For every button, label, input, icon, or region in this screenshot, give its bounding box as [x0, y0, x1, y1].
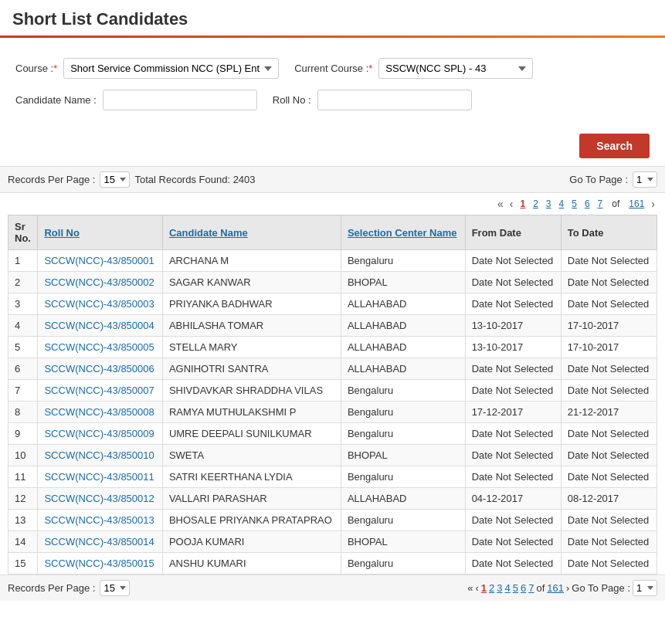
bottom-total-pages[interactable]: 161 — [547, 582, 564, 594]
roll-link[interactable]: SCCW(NCC)-43/850002 — [44, 276, 154, 288]
roll-link[interactable]: SCCW(NCC)-43/850009 — [44, 428, 154, 439]
cell-name: UMRE DEEPALI SUNILKUMAR — [162, 423, 341, 445]
bottom-page-6-link[interactable]: 6 — [521, 582, 526, 594]
center-sort-link[interactable]: Selection Center Name — [348, 227, 457, 239]
col-to: To Date — [561, 215, 657, 250]
top-page-size-select[interactable]: 15 25 50 — [100, 171, 130, 188]
top-goto-select[interactable]: 12345 — [633, 171, 657, 188]
cell-roll: SCCW(NCC)-43/850008 — [38, 402, 162, 423]
roll-no-input[interactable] — [317, 90, 472, 110]
roll-sort-link[interactable]: Roll No — [44, 227, 80, 239]
cell-center: Bengaluru — [341, 423, 465, 445]
bottom-page-3-link[interactable]: 3 — [497, 582, 502, 594]
page-2-link[interactable]: 2 — [530, 197, 541, 211]
cell-to: 17-10-2017 — [561, 315, 657, 337]
roll-link[interactable]: SCCW(NCC)-43/850008 — [44, 406, 154, 418]
cell-from: Date Not Selected — [465, 272, 561, 293]
roll-link[interactable]: SCCW(NCC)-43/850006 — [44, 363, 154, 375]
bottom-page-size-select[interactable]: 15 25 50 — [100, 580, 130, 596]
bottom-page-1-link[interactable]: 1 — [481, 582, 487, 594]
roll-link[interactable]: SCCW(NCC)-43/850011 — [44, 471, 154, 483]
table-row: 14 SCCW(NCC)-43/850014 POOJA KUMARI BHOP… — [8, 531, 657, 553]
table-row: 9 SCCW(NCC)-43/850009 UMRE DEEPALI SUNIL… — [8, 423, 657, 445]
cell-name: ANSHU KUMARI — [162, 553, 341, 575]
bottom-goto-select[interactable]: 123 — [633, 580, 657, 596]
current-course-select[interactable]: SSCW(NCC SPL) - 43 — [378, 58, 533, 79]
page-3-link[interactable]: 3 — [543, 197, 555, 211]
page-7-link[interactable]: 7 — [595, 197, 606, 211]
roll-link[interactable]: SCCW(NCC)-43/850001 — [44, 255, 154, 266]
bottom-of-text: of — [536, 582, 545, 594]
roll-link[interactable]: SCCW(NCC)-43/850015 — [44, 558, 154, 569]
roll-link[interactable]: SCCW(NCC)-43/850004 — [44, 320, 154, 331]
next-page-btn[interactable]: › — [649, 196, 657, 212]
cell-to: Date Not Selected — [561, 423, 657, 445]
roll-link[interactable]: SCCW(NCC)-43/850012 — [44, 493, 154, 504]
cell-roll: SCCW(NCC)-43/850013 — [38, 510, 162, 531]
page-1-link[interactable]: 1 — [517, 197, 528, 211]
table-row: 7 SCCW(NCC)-43/850007 SHIVDAVKAR SHRADDH… — [8, 380, 657, 402]
roll-link[interactable]: SCCW(NCC)-43/850007 — [44, 385, 154, 396]
table-row: 12 SCCW(NCC)-43/850012 VALLARI PARASHAR … — [8, 488, 657, 510]
cell-to: Date Not Selected — [561, 531, 657, 553]
top-table-controls: Records Per Page : 15 25 50 Total Record… — [0, 166, 665, 193]
cell-center: BHOPAL — [341, 445, 465, 466]
cell-sr: 2 — [8, 272, 38, 293]
roll-link[interactable]: SCCW(NCC)-43/850013 — [44, 514, 154, 526]
cell-from: Date Not Selected — [465, 250, 561, 272]
roll-link[interactable]: SCCW(NCC)-43/850010 — [44, 449, 154, 461]
first-page-btn[interactable]: « — [495, 196, 506, 212]
cell-name: SHIVDAVKAR SHRADDHA VILAS — [162, 380, 341, 402]
cell-to: Date Not Selected — [561, 272, 657, 293]
cell-roll: SCCW(NCC)-43/850012 — [38, 488, 162, 510]
table-row: 5 SCCW(NCC)-43/850005 STELLA MARY ALLAHA… — [8, 337, 657, 358]
cell-to: Date Not Selected — [561, 553, 657, 575]
cell-roll: SCCW(NCC)-43/850005 — [38, 337, 162, 358]
cell-sr: 6 — [8, 358, 38, 380]
bottom-page-7-link[interactable]: 7 — [528, 582, 534, 594]
page-4-link[interactable]: 4 — [556, 197, 568, 211]
course-select[interactable]: Short Service Commission NCC (SPL) Ent — [63, 58, 279, 79]
cell-sr: 10 — [8, 445, 38, 466]
search-button[interactable]: Search — [579, 134, 650, 158]
cell-name: AGNIHOTRI SANTRA — [162, 358, 341, 380]
cell-center: ALLAHABAD — [341, 358, 465, 380]
bottom-first-page-btn[interactable]: « — [467, 582, 473, 594]
cell-sr: 12 — [8, 488, 38, 510]
col-name: Candidate Name — [162, 215, 341, 250]
bottom-prev-page-btn[interactable]: ‹ — [475, 582, 478, 594]
bottom-page-2-link[interactable]: 2 — [489, 582, 494, 594]
table-row: 1 SCCW(NCC)-43/850001 ARCHANA M Bengalur… — [8, 250, 657, 272]
cell-to: 21-12-2017 — [561, 402, 657, 423]
cell-from: Date Not Selected — [465, 293, 561, 315]
cell-from: 13-10-2017 — [465, 315, 561, 337]
table-row: 15 SCCW(NCC)-43/850015 ANSHU KUMARI Beng… — [8, 553, 657, 575]
cell-from: Date Not Selected — [465, 380, 561, 402]
prev-page-btn[interactable]: ‹ — [507, 196, 516, 212]
roll-link[interactable]: SCCW(NCC)-43/850003 — [44, 298, 154, 310]
cell-name: RAMYA MUTHULAKSHMI P — [162, 402, 341, 423]
table-row: 13 SCCW(NCC)-43/850013 BHOSALE PRIYANKA … — [8, 510, 657, 531]
bottom-next-page-btn[interactable]: › — [566, 582, 569, 594]
page-6-link[interactable]: 6 — [582, 197, 593, 211]
bottom-page-4-link[interactable]: 4 — [505, 582, 511, 594]
page-5-link[interactable]: 5 — [568, 197, 580, 211]
bottom-table-controls: Records Per Page : 15 25 50 « ‹ 1 2 3 4 … — [0, 575, 665, 601]
roll-link[interactable]: SCCW(NCC)-43/850005 — [44, 341, 154, 353]
candidate-name-input[interactable] — [103, 90, 257, 110]
name-sort-link[interactable]: Candidate Name — [169, 227, 248, 239]
cell-from: Date Not Selected — [465, 510, 561, 531]
total-pages-link[interactable]: 161 — [626, 197, 647, 211]
cell-to: Date Not Selected — [561, 358, 657, 380]
cell-roll: SCCW(NCC)-43/850014 — [38, 531, 162, 553]
page-title: Short List Candidates — [12, 9, 653, 29]
roll-link[interactable]: SCCW(NCC)-43/850014 — [44, 536, 154, 547]
bottom-records-label: Records Per Page : — [8, 582, 95, 594]
cell-sr: 1 — [8, 250, 38, 272]
cell-from: 17-12-2017 — [465, 402, 561, 423]
cell-name: BHOSALE PRIYANKA PRATAPRAO — [162, 510, 341, 531]
bottom-page-5-link[interactable]: 5 — [513, 582, 518, 594]
cell-to: Date Not Selected — [561, 466, 657, 488]
cell-sr: 3 — [8, 293, 38, 315]
header-divider — [0, 36, 665, 38]
